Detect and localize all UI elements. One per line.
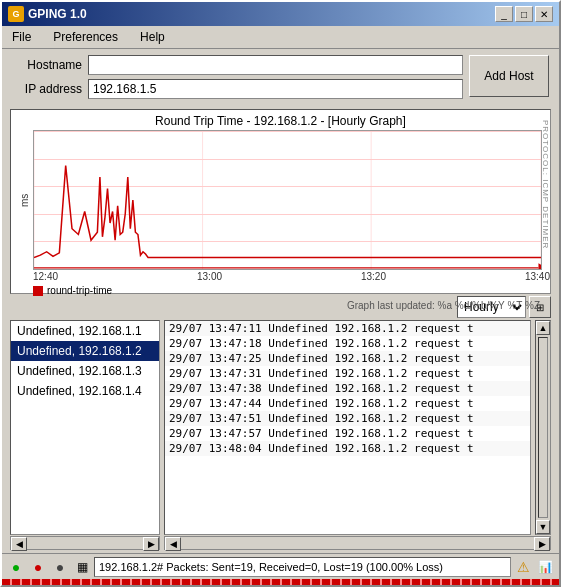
log-line-1: 29/07 13:47:11 Undefined 192.168.1.2 req… [165,321,530,336]
graph-vertical-label: PROTOCOL: ICMP DETIMER [541,120,550,249]
scroll-down-button[interactable]: ▼ [536,520,550,534]
form-area: Hostname IP address Add Host [2,49,559,109]
graph-inner: ms 1.0 0.8 0.6 0.4 0.2 0.0 [19,130,542,270]
host-item-1[interactable]: Undefined, 192.168.1.1 [11,321,159,341]
host-item-4[interactable]: Undefined, 192.168.1.4 [11,381,159,401]
ip-label: IP address [12,82,82,96]
menu-bar: File Preferences Help [2,26,559,49]
legend-color [33,286,43,296]
menu-help[interactable]: Help [134,28,171,46]
x-tick-2: 13:20 [361,271,386,282]
log-line-4: 29/07 13:47:31 Undefined 192.168.1.2 req… [165,366,530,381]
graph-y-label: ms [19,130,33,270]
log-line-5: 29/07 13:47:38 Undefined 192.168.1.2 req… [165,381,530,396]
bottom-scroll-row: ◀ ▶ ◀ ▶ [10,536,551,552]
host-item-2[interactable]: Undefined, 192.168.1.2 [11,341,159,361]
maximize-button[interactable]: □ [515,6,533,22]
chart-svg [34,131,541,269]
remove-icon-button[interactable]: ● [28,557,48,577]
log-line-9: 29/07 13:48:04 Undefined 192.168.1.2 req… [165,441,530,456]
graph-last-updated: Graph last updated: %a %d/%b/%Y %T %Z [11,298,550,313]
hscroll-right-btn[interactable]: ▶ [143,537,159,551]
host-list: Undefined, 192.168.1.1 Undefined, 192.16… [10,320,160,535]
host-hscroll-track: ◀ ▶ [10,536,160,550]
log-line-2: 29/07 13:47:18 Undefined 192.168.1.2 req… [165,336,530,351]
title-bar-left: G GPING 1.0 [8,6,87,22]
stop-icon-button[interactable]: ● [50,557,70,577]
graph-legend: round-trip-time [33,283,550,298]
log-hscroll-left-btn[interactable]: ◀ [165,537,181,551]
ip-row: IP address [12,79,463,99]
chart-icon[interactable]: 📊 [535,557,555,577]
graph-area: 1.0 0.8 0.6 0.4 0.2 0.0 [33,130,542,270]
log-area[interactable]: 29/07 13:47:11 Undefined 192.168.1.2 req… [164,320,531,535]
window-title: GPING 1.0 [28,7,87,21]
x-tick-0: 12:40 [33,271,58,282]
x-tick-3: 13:40 [525,271,550,282]
log-line-3: 29/07 13:47:25 Undefined 192.168.1.2 req… [165,351,530,366]
scroll-up-button[interactable]: ▲ [536,321,550,335]
hostname-row: Hostname [12,55,463,75]
log-line-8: 29/07 13:47:57 Undefined 192.168.1.2 req… [165,426,530,441]
hostname-input[interactable] [88,55,463,75]
add-icon-button[interactable]: ● [6,557,26,577]
title-bar: G GPING 1.0 _ □ ✕ [2,2,559,26]
log-line-7: 29/07 13:47:51 Undefined 192.168.1.2 req… [165,411,530,426]
main-content: Undefined, 192.168.1.1 Undefined, 192.16… [10,320,551,535]
log-line-6: 29/07 13:47:44 Undefined 192.168.1.2 req… [165,396,530,411]
legend-label: round-trip-time [47,285,112,296]
x-tick-1: 13:00 [197,271,222,282]
hscroll-left-btn[interactable]: ◀ [11,537,27,551]
hscroll-track-area[interactable] [27,537,143,549]
vertical-scrollbar: ▲ ▼ [535,320,551,535]
graph-x-labels: 12:40 13:00 13:20 13:40 [33,270,550,283]
host-item-3[interactable]: Undefined, 192.168.1.3 [11,361,159,381]
menu-preferences[interactable]: Preferences [47,28,124,46]
hostname-label: Hostname [12,58,82,72]
svg-marker-5 [538,263,541,269]
red-indicator-bar [2,579,559,585]
minimize-button[interactable]: _ [495,6,513,22]
grid-icon-button[interactable]: ▦ [72,557,92,577]
menu-file[interactable]: File [6,28,37,46]
status-text: 192.168.1.2# Packets: Sent=19, Received=… [94,557,511,577]
warning-icon: ⚠ [513,557,533,577]
status-bar: ● ● ● ▦ 192.168.1.2# Packets: Sent=19, R… [2,553,559,579]
add-host-button[interactable]: Add Host [469,55,549,97]
ip-input[interactable] [88,79,463,99]
graph-title: Round Trip Time - 192.168.1.2 - [Hourly … [11,110,550,130]
log-hscroll: ◀ ▶ [164,536,551,552]
graph-container: Round Trip Time - 192.168.1.2 - [Hourly … [10,109,551,294]
grid-line-5 [34,269,541,270]
app-icon: G [8,6,24,22]
log-hscroll-right-btn[interactable]: ▶ [534,537,550,551]
main-window: G GPING 1.0 _ □ ✕ File Preferences Help … [0,0,561,587]
close-button[interactable]: ✕ [535,6,553,22]
scroll-thumb[interactable] [538,337,548,518]
log-hscroll-track: ◀ ▶ [164,536,551,550]
title-controls: _ □ ✕ [495,6,553,22]
host-hscroll: ◀ ▶ [10,536,160,552]
log-hscroll-track-area[interactable] [181,537,534,549]
